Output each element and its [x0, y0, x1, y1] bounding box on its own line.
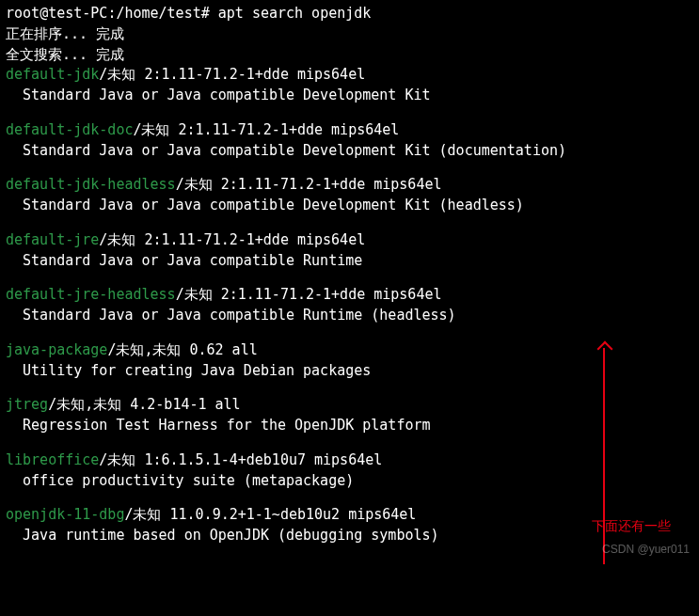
- package-status: /未知: [176, 176, 221, 193]
- package-header: libreoffice/未知 1:6.1.5.1-4+deb10u7 mips6…: [6, 450, 693, 471]
- package-header: default-jre-headless/未知 2:1.11-71.2-1+dd…: [6, 285, 693, 306]
- package-status: /未知: [99, 66, 144, 83]
- package-version: 4.2-b14-1 all: [130, 396, 240, 413]
- command-text: apt search openjdk: [218, 5, 372, 22]
- package-description: Utility for creating Java Debian package…: [6, 361, 693, 382]
- package-entry: java-package/未知,未知 0.62 allUtility for c…: [6, 340, 693, 382]
- package-entry: default-jre-headless/未知 2:1.11-71.2-1+dd…: [6, 285, 693, 326]
- package-status: /未知: [176, 286, 221, 303]
- package-description: Standard Java or Java compatible Runtime…: [6, 306, 693, 326]
- package-version: 2:1.11-71.2-1+dde mips64el: [221, 286, 442, 303]
- package-version: 2:1.11-71.2-1+dde mips64el: [221, 176, 442, 193]
- package-version: 11.0.9.2+1-1~deb10u2 mips64el: [170, 506, 417, 523]
- package-list: default-jdk/未知 2:1.11-71.2-1+dde mips64e…: [6, 65, 693, 546]
- package-entry: default-jre/未知 2:1.11-71.2-1+dde mips64e…: [6, 230, 693, 272]
- package-header: openjdk-11-dbg/未知 11.0.9.2+1-1~deb10u2 m…: [6, 505, 693, 526]
- package-status: /未知: [99, 231, 144, 248]
- package-name: openjdk-11-dbg: [6, 506, 124, 523]
- package-status: /未知,未知: [48, 396, 130, 413]
- shell-prompt: root@test-PC:/home/test# apt search open…: [6, 4, 693, 24]
- package-entry: openjdk-11-dbg/未知 11.0.9.2+1-1~deb10u2 m…: [6, 505, 693, 546]
- package-header: default-jdk-headless/未知 2:1.11-71.2-1+dd…: [6, 175, 693, 196]
- package-status: /未知: [124, 506, 169, 523]
- watermark-line1: CSDN @yuer011: [602, 543, 690, 556]
- package-name: default-jdk-doc: [6, 121, 133, 138]
- package-description: Java runtime based on OpenJDK (debugging…: [6, 526, 693, 546]
- package-name: default-jdk-headless: [6, 176, 176, 193]
- package-version: 2:1.11-71.2-1+dde mips64el: [179, 121, 400, 138]
- package-version: 1:6.1.5.1-4+deb10u7 mips64el: [144, 451, 382, 468]
- package-name: jtreg: [6, 396, 48, 413]
- package-description: Standard Java or Java compatible Develop…: [6, 86, 693, 106]
- package-name: default-jdk: [6, 66, 99, 83]
- prompt-symbol: #: [201, 5, 210, 22]
- package-description: Standard Java or Java compatible Develop…: [6, 196, 693, 216]
- package-entry: default-jdk-headless/未知 2:1.11-71.2-1+dd…: [6, 175, 693, 216]
- prompt-path: /home/test: [116, 5, 200, 22]
- prompt-user: root: [6, 5, 40, 22]
- package-entry: jtreg/未知,未知 4.2-b14-1 allRegression Test…: [6, 395, 693, 436]
- package-header: default-jre/未知 2:1.11-71.2-1+dde mips64e…: [6, 230, 693, 251]
- package-header: default-jdk-doc/未知 2:1.11-71.2-1+dde mip…: [6, 120, 693, 141]
- package-version: 2:1.11-71.2-1+dde mips64el: [144, 66, 365, 83]
- package-version: 2:1.11-71.2-1+dde mips64el: [144, 231, 365, 248]
- package-header: java-package/未知,未知 0.62 all: [6, 340, 693, 361]
- package-name: default-jre-headless: [6, 286, 176, 303]
- package-name: default-jre: [6, 231, 99, 248]
- package-status: /未知,未知: [107, 341, 189, 358]
- package-status: /未知: [99, 451, 144, 468]
- prompt-host: test-PC: [48, 5, 107, 22]
- package-entry: libreoffice/未知 1:6.1.5.1-4+deb10u7 mips6…: [6, 450, 693, 492]
- package-name: libreoffice: [6, 451, 99, 468]
- annotation-text: 下面还有一些: [592, 516, 671, 535]
- package-description: Standard Java or Java compatible Develop…: [6, 141, 693, 162]
- package-description: office productivity suite (metapackage): [6, 471, 693, 492]
- progress-fulltext: 全文搜索... 完成: [6, 45, 693, 66]
- package-description: Standard Java or Java compatible Runtime: [6, 251, 693, 272]
- package-header: jtreg/未知,未知 4.2-b14-1 all: [6, 395, 693, 416]
- package-version: 0.62 all: [189, 341, 257, 358]
- package-header: default-jdk/未知 2:1.11-71.2-1+dde mips64e…: [6, 65, 693, 86]
- progress-sorting: 正在排序... 完成: [6, 24, 693, 45]
- package-description: Regression Test Harness for the OpenJDK …: [6, 416, 693, 436]
- watermark: CSDN @yuer011: [602, 542, 690, 558]
- package-name: java-package: [6, 341, 107, 358]
- package-status: /未知: [133, 121, 178, 138]
- package-entry: default-jdk/未知 2:1.11-71.2-1+dde mips64e…: [6, 65, 693, 106]
- package-entry: default-jdk-doc/未知 2:1.11-71.2-1+dde mip…: [6, 120, 693, 162]
